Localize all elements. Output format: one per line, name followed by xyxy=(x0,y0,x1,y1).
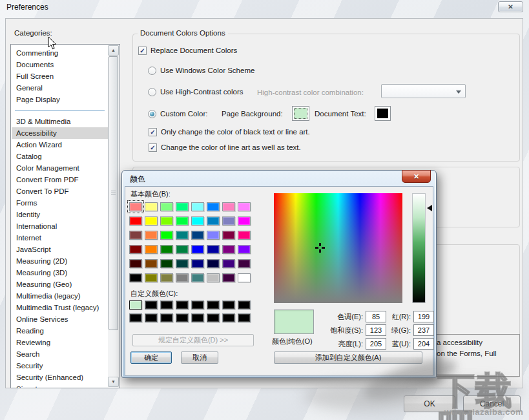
color-swatch[interactable] xyxy=(160,273,173,282)
color-swatch[interactable] xyxy=(238,202,251,211)
category-item[interactable]: Security (Enhanced) xyxy=(12,372,108,383)
cancel-button-cn[interactable]: 取消 xyxy=(181,352,218,364)
color-swatch[interactable] xyxy=(145,245,158,254)
category-item[interactable]: Accessibility xyxy=(12,127,108,139)
color-swatch[interactable] xyxy=(176,231,189,240)
custom-color-label[interactable]: Custom Color: xyxy=(160,109,208,119)
color-swatch[interactable] xyxy=(191,216,204,226)
color-swatch[interactable] xyxy=(238,245,251,254)
category-item[interactable]: Convert To PDF xyxy=(12,185,108,197)
color-field-input[interactable]: 237 xyxy=(413,324,434,336)
use-high-contrast-radio[interactable] xyxy=(148,88,156,96)
color-swatch[interactable] xyxy=(129,202,142,211)
category-item[interactable]: Measuring (2D) xyxy=(12,255,108,267)
category-item[interactable]: Full Screen xyxy=(12,70,108,82)
color-swatch[interactable] xyxy=(238,216,251,226)
category-item[interactable]: Documents xyxy=(12,59,108,70)
use-windows-color-scheme-radio[interactable] xyxy=(148,67,156,75)
color-swatch[interactable] xyxy=(222,216,235,226)
color-swatch[interactable] xyxy=(191,259,204,268)
use-windows-color-scheme-label[interactable]: Use Windows Color Scheme xyxy=(160,66,254,76)
category-item[interactable]: International xyxy=(12,220,108,232)
change-line-art-label[interactable]: Change the color of line art as well as … xyxy=(161,143,301,152)
color-swatch[interactable] xyxy=(222,273,235,282)
window-close-button[interactable]: ✕ xyxy=(498,1,523,12)
color-swatch[interactable] xyxy=(207,202,220,211)
color-swatch[interactable] xyxy=(207,216,220,226)
category-item[interactable]: JavaScript xyxy=(12,244,108,255)
replace-document-colors-label[interactable]: Replace Document Colors xyxy=(150,46,237,56)
color-swatch[interactable] xyxy=(145,231,158,240)
scroll-up-icon[interactable]: ▲ xyxy=(108,45,119,56)
high-contrast-combobox[interactable] xyxy=(381,84,466,98)
color-swatch[interactable] xyxy=(129,259,142,268)
add-to-custom-colors-button[interactable]: 添加到自定义颜色(A) xyxy=(274,352,422,364)
ok-button[interactable]: OK xyxy=(404,395,455,412)
category-item[interactable]: Search xyxy=(12,348,108,360)
color-field-input[interactable]: 199 xyxy=(413,311,434,322)
color-swatch[interactable] xyxy=(145,313,158,322)
color-swatch[interactable] xyxy=(176,313,189,322)
color-swatch[interactable] xyxy=(176,216,189,226)
color-swatch[interactable] xyxy=(222,300,235,310)
categories-listbox[interactable]: Commenting Documents Full Screen General… xyxy=(10,44,120,388)
category-item-partial[interactable]: Signatures xyxy=(12,383,108,388)
color-field-input[interactable]: 85 xyxy=(366,311,386,322)
color-dialog-close-button[interactable]: ✕ xyxy=(402,170,431,183)
document-text-swatch[interactable] xyxy=(375,106,391,121)
color-swatch[interactable] xyxy=(176,259,189,268)
color-swatch[interactable] xyxy=(191,202,204,211)
color-swatch[interactable] xyxy=(238,313,251,322)
color-swatch[interactable] xyxy=(238,300,251,310)
color-swatch[interactable] xyxy=(160,231,173,240)
color-swatch[interactable] xyxy=(160,202,173,211)
color-swatch[interactable] xyxy=(191,245,204,254)
luminance-bar[interactable] xyxy=(412,193,426,303)
color-swatch[interactable] xyxy=(207,300,220,310)
color-swatch[interactable] xyxy=(176,273,189,282)
color-swatch[interactable] xyxy=(160,313,173,322)
color-swatch[interactable] xyxy=(191,231,204,240)
color-swatch[interactable] xyxy=(207,245,220,254)
category-item[interactable]: Reading xyxy=(12,325,108,337)
color-swatch[interactable] xyxy=(145,259,158,268)
color-swatch[interactable] xyxy=(129,245,142,254)
scrollbar-thumb[interactable] xyxy=(109,56,118,330)
color-swatch[interactable] xyxy=(160,216,173,226)
cancel-button[interactable]: Cancel xyxy=(463,395,521,412)
category-item[interactable]: Online Services xyxy=(12,313,108,325)
category-item[interactable]: Catalog xyxy=(12,151,108,162)
scroll-down-icon[interactable]: ▼ xyxy=(108,377,119,387)
color-field-input[interactable]: 205 xyxy=(366,338,386,350)
color-swatch[interactable] xyxy=(145,300,158,310)
color-swatch[interactable] xyxy=(207,259,220,268)
only-change-black-checkbox[interactable]: ✓ xyxy=(149,128,157,136)
category-item[interactable]: Measuring (3D) xyxy=(12,267,108,278)
luminance-arrow-icon[interactable] xyxy=(427,205,432,211)
category-item[interactable]: Measuring (Geo) xyxy=(12,278,108,290)
color-swatch[interactable] xyxy=(207,231,220,240)
color-swatch[interactable] xyxy=(145,202,158,211)
color-swatch[interactable] xyxy=(129,313,142,322)
category-item[interactable]: Color Management xyxy=(12,162,108,174)
color-swatch[interactable] xyxy=(207,313,220,322)
only-change-black-label[interactable]: Only change the color of black text or l… xyxy=(161,127,310,137)
color-swatch[interactable] xyxy=(176,245,189,254)
color-field-input[interactable]: 123 xyxy=(366,324,386,336)
custom-color-radio[interactable] xyxy=(148,110,156,118)
crosshair-icon[interactable] xyxy=(315,243,325,253)
color-swatch[interactable] xyxy=(129,216,142,226)
color-swatch[interactable] xyxy=(129,273,142,282)
change-line-art-checkbox[interactable]: ✓ xyxy=(149,143,157,152)
replace-document-colors-checkbox[interactable]: ✓ xyxy=(138,47,147,55)
category-item[interactable]: Identity xyxy=(12,209,108,220)
category-item[interactable]: Reviewing xyxy=(12,337,108,348)
color-swatch[interactable] xyxy=(129,300,142,310)
color-field-input[interactable]: 204 xyxy=(413,338,434,350)
color-swatch[interactable] xyxy=(160,245,173,254)
list-scrollbar[interactable]: ▲ ▼ xyxy=(108,45,119,387)
color-swatch[interactable] xyxy=(160,259,173,268)
category-item[interactable]: 3D & Multimedia xyxy=(12,116,108,127)
color-swatch[interactable] xyxy=(129,231,142,240)
color-swatch[interactable] xyxy=(191,273,204,282)
